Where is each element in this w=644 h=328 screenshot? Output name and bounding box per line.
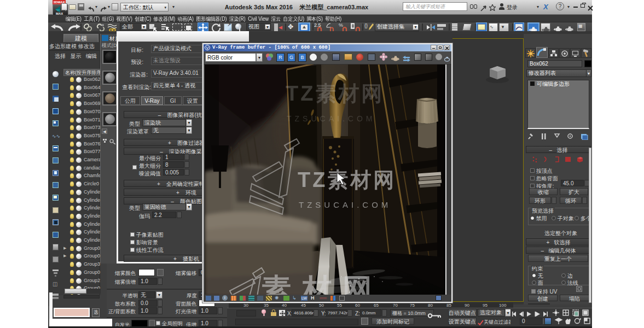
- svg-text:TZSUCAI.COM: TZSUCAI.COM: [287, 114, 375, 123]
- svg-text:TZ素材网: TZ素材网: [298, 168, 396, 191]
- svg-text:TZ素材网: TZ素材网: [286, 82, 384, 105]
- svg-text:TZSUCAI.COM: TZSUCAI.COM: [299, 200, 391, 209]
- svg-text:素材网: 素材网: [262, 273, 383, 295]
